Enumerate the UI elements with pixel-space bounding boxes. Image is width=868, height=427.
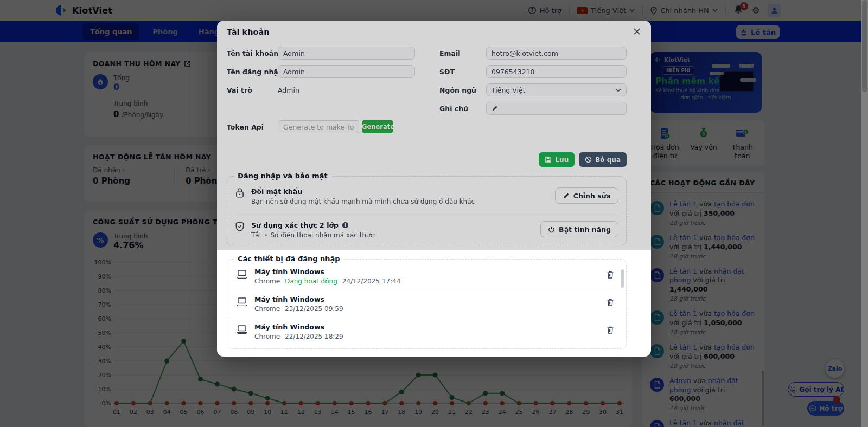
email-label: Email [439,49,461,57]
change-password-desc: Bạn nên sử dụng mật khẩu mạnh mà mình ch… [251,198,475,205]
laptop-icon [236,325,248,334]
language-selected-value: Tiếng Việt [492,86,526,94]
device-row: Máy tính Windows Chrome 23/12/2025 09:59 [227,290,626,318]
security-section: Đăng nhập và bảo mật Đổi mật khẩu Bạn nê… [227,176,627,245]
devices-spotlight-area: Các thiết bị đã đăng nhập Máy tính Windo… [217,250,651,357]
kiotviet-app: KiotViet ? Hỗ trợ ★ Tiếng Việt Chi nhánh… [0,0,868,427]
close-icon[interactable] [631,26,642,37]
security-legend: Đăng nhập và bảo mật [234,172,331,180]
language-select[interactable]: Tiếng Việt [486,83,627,96]
pencil-icon [492,105,498,112]
cancel-button[interactable]: Bỏ qua [579,152,627,167]
page-scrollbar[interactable] [861,0,868,427]
device-browser: Chrome [254,333,280,340]
change-password-row: Đổi mật khẩu Bạn nên sử dụng mật khẩu mạ… [235,187,618,205]
page-scrollbar-thumb[interactable] [862,0,867,92]
phone-label: SĐT [439,68,455,76]
edit-password-label: Chỉnh sửa [573,192,611,200]
two-factor-desc: Số điện thoại nhận mã xác thực: [270,231,376,239]
delete-device-trash-icon[interactable] [607,298,614,307]
device-details: Chrome Đang hoạt động 24/12/2025 17:44 [254,277,400,285]
token-api-label: Token Api [227,123,264,131]
role-value: Admin [278,86,299,94]
pencil-icon [563,192,570,199]
device-time: 24/12/2025 17:44 [342,277,401,285]
device-row: Máy tính Windows Chrome Đang hoạt động 2… [227,263,626,290]
save-label: Lưu [555,156,569,164]
note-label: Ghi chú [439,105,468,113]
power-icon [548,226,555,233]
account-name-label: Tên tài khoản [227,49,278,57]
divider [235,216,618,216]
token-api-input[interactable] [278,120,359,133]
svg-text:i: i [344,223,346,228]
username-input[interactable] [278,65,415,78]
username-label: Tên đăng nhập [227,68,283,76]
device-time: 22/12/2025 18:29 [285,333,343,340]
delete-device-trash-icon[interactable] [607,270,614,279]
device-status: Đang hoạt động [285,277,337,285]
info-icon[interactable]: i [342,222,349,229]
enable-two-factor-label: Bật tính năng [559,225,611,234]
devices-scrollbar-thumb[interactable] [621,269,624,288]
two-factor-status: Tắt [251,231,261,239]
generate-token-button[interactable]: Generate [362,120,393,133]
account-modal-dimmed-area: Tài khoản Tên tài khoản Tên đăng nhập Va… [217,21,651,250]
save-button[interactable]: Lưu [539,152,575,167]
delete-device-trash-icon[interactable] [607,326,614,334]
enable-two-factor-button[interactable]: Bật tính năng [540,221,618,237]
modal-title: Tài khoản [227,28,270,36]
shield-check-icon [235,221,245,232]
chevron-down-icon [615,88,621,92]
ban-icon [585,156,592,163]
two-factor-title: Sử dụng xác thực 2 lớp [251,221,339,229]
change-password-title: Đổi mật khẩu [251,187,475,196]
device-details: Chrome 23/12/2025 09:59 [254,305,343,313]
device-details: Chrome 22/12/2025 18:29 [254,333,343,340]
account-name-input[interactable] [278,47,415,60]
device-browser: Chrome [254,305,280,313]
language-select-label: Ngôn ngữ [439,86,476,94]
modal-actions: Lưu Bỏ qua [539,152,627,167]
email-field[interactable] [486,47,627,60]
edit-password-button[interactable]: Chỉnh sửa [555,187,618,204]
two-factor-row: Sử dụng xác thực 2 lớp i Tắt Số điện tho… [235,221,618,239]
note-field[interactable] [486,102,627,115]
device-row: Máy tính Windows Chrome 22/12/2025 18:29 [227,318,626,345]
device-time: 23/12/2025 09:59 [285,305,343,313]
cancel-label: Bỏ qua [595,156,621,164]
devices-legend: Các thiết bị đã đăng nhập [234,255,344,263]
role-label: Vai trò [227,86,252,94]
laptop-icon [236,269,248,279]
laptop-icon [236,297,248,307]
account-modal: Tài khoản Tên tài khoản Tên đăng nhập Va… [217,21,651,357]
phone-field[interactable] [486,65,627,78]
devices-section: Các thiết bị đã đăng nhập Máy tính Windo… [227,259,627,349]
device-name: Máy tính Windows [254,268,400,276]
device-browser: Chrome [254,277,280,285]
save-floppy-icon [545,156,552,163]
device-list: Máy tính Windows Chrome Đang hoạt động 2… [227,260,626,345]
device-name: Máy tính Windows [254,323,343,331]
lock-icon [235,187,245,198]
device-name: Máy tính Windows [254,295,343,303]
dot-separator [265,234,267,236]
